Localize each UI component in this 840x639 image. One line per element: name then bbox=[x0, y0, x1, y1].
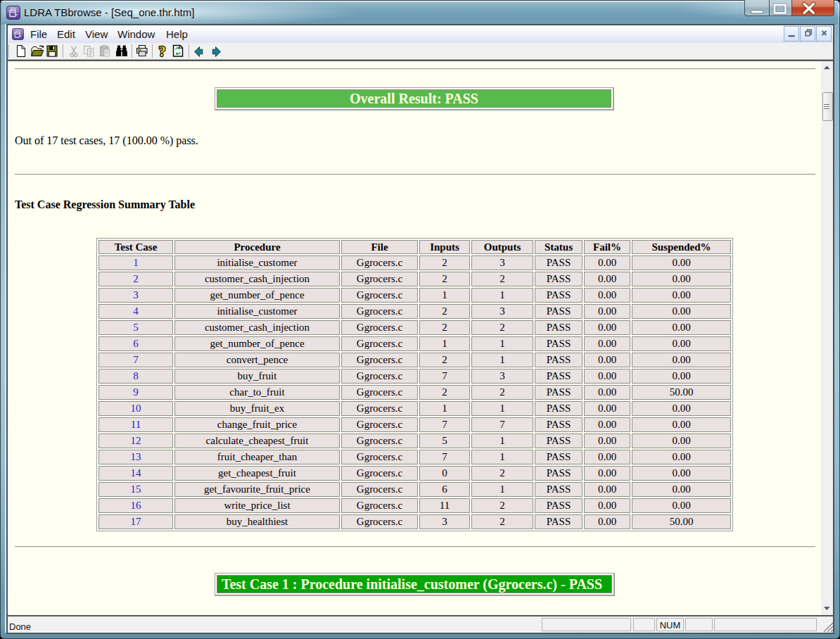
svg-text:?: ? bbox=[159, 44, 166, 59]
